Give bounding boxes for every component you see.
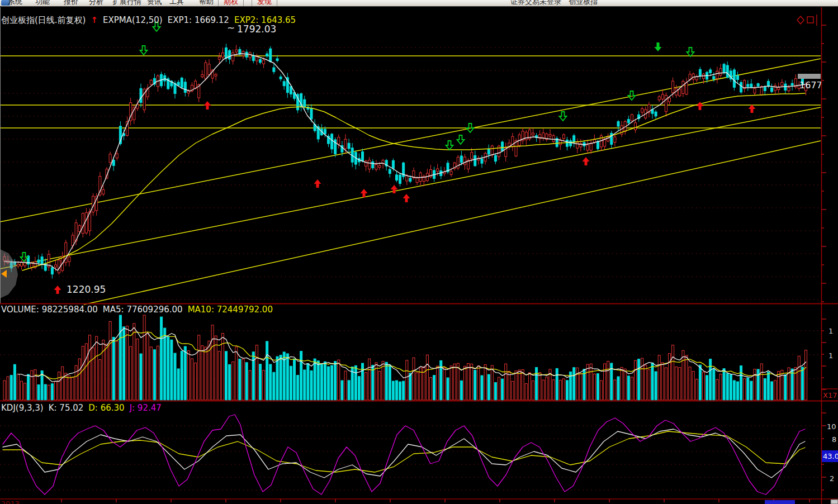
volume-bars — [3, 315, 807, 400]
svg-text:10: 10 — [827, 422, 836, 431]
svg-text:X17: X17 — [823, 391, 837, 400]
exp2-value: EXP2: 1643.65 — [234, 15, 296, 25]
kdj-j-value: J: 92.47 — [130, 403, 162, 413]
kdj-pane-header: KDJ(9,3,3)K: 75.02D: 66.30J: 92.47 — [1, 403, 167, 413]
pane-frame — [0, 7, 838, 504]
sell-arrow-hollow-icon — [467, 123, 474, 132]
sell-arrow-hollow-icon — [560, 112, 567, 121]
main-chart-header: 创业板指(日线.前复权)↑EXPMA(12,50)EXP1: 1669.12EX… — [1, 15, 301, 26]
main-gridlines — [0, 47, 821, 299]
sell-arrow-hollow-icon — [687, 47, 694, 56]
svg-text:2: 2 — [830, 474, 834, 483]
buy-arrow-icon — [403, 194, 410, 202]
svg-text:1677: 1677 — [799, 80, 822, 91]
kdj-indicator-name[interactable]: KDJ(9,3,3) — [1, 403, 44, 413]
last-price-bar — [798, 74, 821, 79]
menu-item-3[interactable]: 分析 — [89, 0, 103, 7]
menu-item-0[interactable]: 系统 — [8, 0, 22, 7]
buy-arrow-icon — [204, 101, 211, 110]
login-status-text: 证券交易未登录 创业板指 — [510, 0, 598, 7]
left-scroll-overlay — [0, 249, 18, 298]
svg-text:1: 1 — [828, 327, 833, 335]
buy-arrow-icon — [583, 157, 590, 165]
kdj-d-value: D: 66.30 — [88, 403, 124, 413]
sell-arrow-hollow-icon — [140, 46, 148, 55]
sell-arrow-hollow-icon — [628, 91, 636, 100]
kdj-d-line — [3, 431, 805, 472]
chart-canvas[interactable]: ~1792.031220.95167711X1710843.022013 — [0, 0, 838, 504]
svg-text:1: 1 — [828, 351, 833, 360]
buy-arrow-icon — [314, 179, 321, 188]
svg-text:2013: 2013 — [1, 500, 20, 504]
date-axis: 2013 — [1, 500, 838, 504]
kdj-j-line — [3, 415, 805, 495]
buy-arrow-icon — [749, 104, 756, 113]
svg-text:8: 8 — [832, 435, 836, 444]
trading-app-window: ~1792.031220.95167711X1710843.022013 证券交… — [0, 0, 838, 504]
exp2-line — [22, 93, 805, 270]
window-tool-icon[interactable] — [807, 17, 813, 23]
volume-ma5-value: MA5: 77609296.00 — [103, 305, 183, 315]
axis-label-column: 11X1710843.02 — [822, 327, 838, 483]
menu-item-2[interactable]: 报价 — [64, 0, 78, 7]
diamond-tool-icon[interactable] — [797, 16, 804, 24]
chart-corner-icons — [797, 15, 817, 26]
up-arrow-icon: ↑ — [91, 15, 98, 25]
current-date-highlight — [765, 500, 795, 504]
kdj-k-value: K: 75.02 — [49, 403, 84, 413]
indicator-name[interactable]: EXPMA(12,50) — [103, 15, 163, 25]
exp1-line — [4, 54, 805, 270]
volume-pane-header: VOLUME: 98225984.00MA5: 77609296.00MA10:… — [1, 305, 278, 315]
kdj-k-line — [3, 429, 805, 478]
menu-item-red-0[interactable]: 期权 — [218, 0, 244, 7]
buy-arrow-icon — [361, 189, 368, 197]
menu-item-1[interactable]: 功能 — [35, 0, 50, 7]
menu-item-red-1[interactable]: 发现 — [252, 0, 277, 7]
candlestick-series — [3, 44, 807, 278]
sell-arrow-solid-icon — [655, 42, 662, 51]
volume-value: VOLUME: 98225984.00 — [1, 305, 98, 315]
sell-arrow-hollow-icon — [457, 135, 465, 144]
menu-item-7[interactable]: 帮助 — [199, 0, 214, 7]
axis-ticks — [61, 25, 826, 502]
kdj-gridlines — [0, 426, 821, 490]
volume-ma10-value: MA10: 72449792.00 — [188, 305, 273, 315]
menu-item-4[interactable]: 扩展行情 — [112, 0, 141, 7]
menu-bar: 证券交易未登录 创业板指 系统功能报价分析扩展行情资讯工具帮助期权发现 — [0, 0, 838, 7]
chart-title: 创业板指(日线.前复权) — [1, 15, 86, 25]
price-annotations: ~1792.031220.951677 — [67, 22, 822, 295]
signal-markers — [21, 22, 756, 294]
sell-arrow-hollow-icon — [446, 141, 453, 150]
exp1-value: EXP1: 1669.12 — [168, 15, 229, 25]
svg-text:1220.95: 1220.95 — [67, 284, 106, 295]
menu-item-5[interactable]: 资讯 — [147, 0, 162, 7]
horizontal-level-lines — [0, 56, 821, 128]
svg-text:43.0: 43.0 — [823, 452, 838, 460]
buy-arrow-icon — [54, 286, 61, 294]
corner-button[interactable] — [831, 500, 838, 504]
menu-item-6[interactable]: 工具 — [169, 0, 184, 7]
